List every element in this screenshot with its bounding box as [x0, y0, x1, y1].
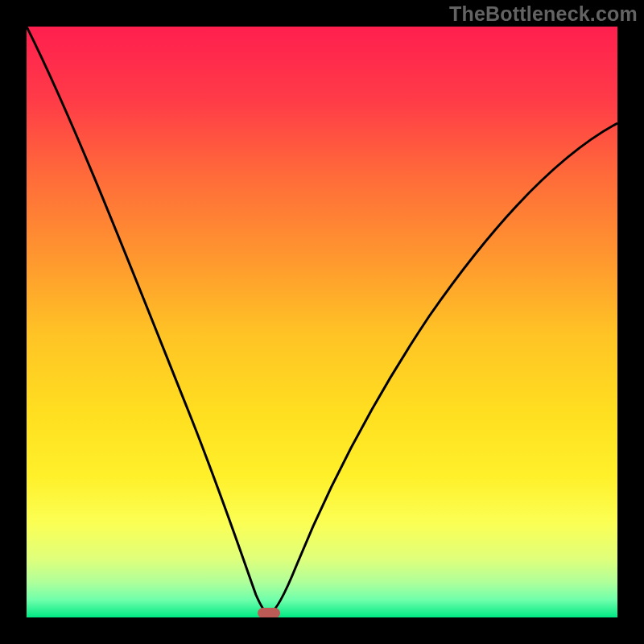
watermark-text: TheBottleneck.com — [449, 2, 638, 26]
plot-area — [27, 27, 617, 617]
chart-svg — [27, 27, 617, 617]
gradient-background — [27, 27, 617, 617]
chart-container: TheBottleneck.com — [0, 0, 644, 644]
optimal-point-marker — [258, 608, 280, 617]
